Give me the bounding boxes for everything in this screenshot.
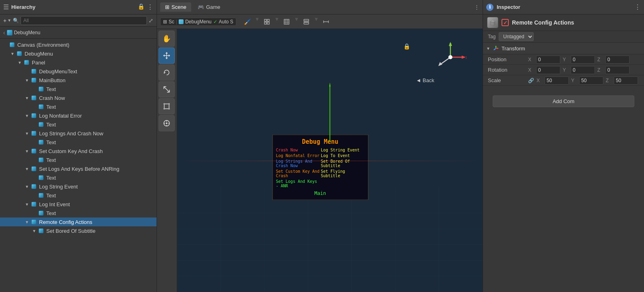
svg-rect-15: [164, 104, 169, 109]
tag-select[interactable]: Untagged: [499, 32, 534, 41]
tree-item-logintevent[interactable]: ▼Log Int Event: [0, 200, 157, 209]
tree-arrow-panel[interactable]: ▼: [18, 60, 23, 65]
tree-arrow-setcustom[interactable]: ▼: [25, 149, 31, 153]
transform-arrow-icon: ▼: [486, 46, 490, 51]
tree-cube-setbored: [38, 228, 44, 234]
position-y-input[interactable]: [571, 56, 595, 64]
tree-item-setcustom-text[interactable]: Text: [0, 155, 157, 164]
expand-icon[interactable]: ⤢: [149, 17, 153, 24]
scale-tool-btn[interactable]: [159, 81, 175, 97]
sc-label: Sc: [169, 19, 174, 25]
position-x-input[interactable]: [536, 56, 560, 64]
tree-arrow-remoteconfig[interactable]: ▼: [25, 220, 31, 224]
back-arrow-icon[interactable]: ‹: [3, 29, 5, 36]
tree-item-debugmenu[interactable]: ▼DebugMenu: [0, 49, 157, 58]
tree-item-lognonfatalerror-text[interactable]: Text: [0, 120, 157, 129]
tree-arrow-lognonfatalerror[interactable]: ▼: [25, 114, 31, 118]
transform-tool-btn[interactable]: [159, 115, 175, 131]
scene-selector[interactable]: ⊞ Sc | DebugMenu ✓ Auto S: [160, 18, 236, 26]
layers-tool-btn[interactable]: [301, 16, 312, 27]
tree-item-debugmenutext[interactable]: DebugMenuText: [0, 67, 157, 76]
tree-item-crashnow[interactable]: ▼Crash Now: [0, 93, 157, 102]
debug-btn-log-to-event[interactable]: Log To Event: [321, 153, 365, 158]
tree-item-canvas[interactable]: Canvas (Environment): [0, 40, 157, 49]
dots-menu-icon[interactable]: ⋮: [474, 4, 479, 10]
debug-btn-set-logs[interactable]: Set Logs And Keys - ANR: [276, 179, 320, 188]
tree-item-logintevent-text[interactable]: Text: [0, 209, 157, 217]
tree-item-mainbutton[interactable]: ▼MainButton: [0, 76, 157, 85]
tab-scene[interactable]: ⊞ Scene: [160, 2, 191, 12]
search-input[interactable]: [21, 16, 147, 25]
tree-item-logstrings-text[interactable]: Text: [0, 138, 157, 147]
debug-menu-main[interactable]: Main: [276, 191, 365, 196]
auto-label: Auto S: [219, 19, 233, 25]
tree-label-debugmenutext: DebugMenuText: [39, 68, 77, 75]
breadcrumb-label: DebugMenu: [14, 30, 40, 35]
tree-item-remoteconfig[interactable]: ▼Remote Config Actions: [0, 217, 157, 226]
tree-item-logstring-text[interactable]: Text: [0, 191, 157, 200]
tree-item-setbored[interactable]: ▼Set Bored Of Subtitle: [0, 226, 157, 235]
scale-lock-icon[interactable]: 🔗: [528, 78, 534, 83]
tree-item-setlogs-text[interactable]: Text: [0, 173, 157, 182]
tree-item-panel[interactable]: ▼Panel: [0, 58, 157, 67]
svg-rect-11: [304, 23, 309, 24]
debug-btn-log-string-event[interactable]: Log String Event: [321, 148, 365, 152]
tree-arrow-debugmenu[interactable]: ▼: [10, 52, 16, 56]
select-tool-btn[interactable]: [261, 16, 272, 27]
tree-arrow-logstrings[interactable]: ▼: [25, 131, 31, 136]
tree-item-setlogs[interactable]: ▼Set Logs And Keys Before ANRing: [0, 164, 157, 173]
scale-z-input[interactable]: [614, 77, 638, 85]
tree-arrow-logintevent[interactable]: ▼: [25, 202, 31, 207]
axis-svg: y x: [434, 41, 466, 73]
lock-icon[interactable]: 🔒: [138, 3, 144, 11]
tree-item-setcustom[interactable]: ▼Set Custom Key And Crash: [0, 147, 157, 155]
hamburger-icon[interactable]: ☰: [3, 3, 9, 11]
tree-arrow-mainbutton[interactable]: ▼: [25, 78, 31, 83]
tree-label-crashnow-text: Text: [46, 104, 56, 110]
debug-btn-set-flying[interactable]: Set Flying Subtitle: [321, 169, 365, 178]
tree-item-crashnow-text[interactable]: Text: [0, 102, 157, 111]
rotate-tool-btn[interactable]: [159, 64, 175, 81]
tree-arrow-setbored[interactable]: ▼: [32, 229, 38, 233]
tree-arrow-crashnow[interactable]: ▼: [25, 96, 31, 100]
tree-container: Canvas (Environment)▼DebugMenu▼PanelDebu…: [0, 39, 157, 292]
debug-btn-set-custom[interactable]: Set Custom Key And Crash: [276, 169, 320, 178]
rotation-z-input[interactable]: [605, 66, 630, 74]
scene-viewport: ✋: [157, 29, 483, 292]
rect-tool-btn[interactable]: [159, 98, 175, 114]
tree-label-crashnow: Crash Now: [39, 95, 65, 101]
grid-tool-btn[interactable]: [281, 16, 292, 27]
add-button[interactable]: + ▼: [3, 17, 11, 24]
tree-arrow-logstring[interactable]: ▼: [25, 184, 31, 189]
info-icon: ℹ: [486, 4, 493, 11]
tree-item-mainbutton-text[interactable]: Text: [0, 85, 157, 93]
add-component-button[interactable]: Add Com: [493, 95, 634, 107]
tree-item-lognonfatalerror[interactable]: ▼Log Nonfatal Error: [0, 111, 157, 120]
green-arrow-svg: [329, 82, 330, 146]
transform-section-header[interactable]: ▼ Transform: [483, 42, 644, 54]
tree-label-mainbutton: MainButton: [39, 77, 66, 83]
rotation-x-input[interactable]: [536, 66, 560, 74]
rotation-row: Rotation X Y Z: [483, 65, 644, 75]
tab-game[interactable]: 🎮 Game: [193, 2, 225, 12]
tree-label-logstring-text: Text: [46, 193, 56, 199]
draw-tool-btn[interactable]: 🖌️: [242, 16, 253, 27]
tree-arrow-setlogs[interactable]: ▼: [25, 167, 31, 171]
hand-tool-btn[interactable]: ✋: [159, 31, 175, 47]
tree-item-logstrings[interactable]: ▼Log Strings And Crash Now: [0, 129, 157, 138]
tree-item-logstring[interactable]: ▼Log String Event: [0, 182, 157, 191]
svg-marker-53: [495, 46, 497, 47]
debug-btn-log-nonfatal[interactable]: Log Nonfatal Error: [276, 153, 320, 158]
component-checkbox[interactable]: [502, 19, 509, 26]
debug-btn-crash-now[interactable]: Crash Now: [276, 148, 320, 152]
scale-y-input[interactable]: [579, 77, 603, 85]
position-z-input[interactable]: [605, 56, 630, 64]
rotation-y-input[interactable]: [571, 66, 595, 74]
scale-x-input[interactable]: [545, 77, 569, 85]
move-tool-btn[interactable]: [159, 48, 175, 64]
measure-tool-btn[interactable]: [320, 16, 332, 27]
svg-rect-4: [284, 19, 289, 24]
dots-icon-inspector[interactable]: ⋮: [634, 3, 641, 11]
inspector-cube-icon: [487, 17, 498, 28]
dots-icon[interactable]: ⋮: [147, 3, 153, 11]
